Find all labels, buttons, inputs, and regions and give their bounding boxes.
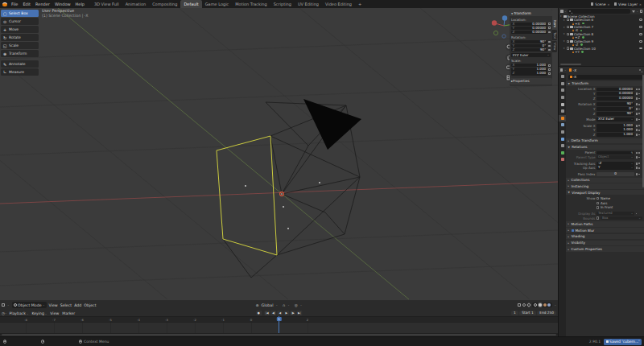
lock-icon[interactable]	[548, 72, 551, 75]
lock-icon[interactable]	[636, 163, 638, 165]
snap-magnet-icon[interactable]: ∩	[283, 303, 285, 307]
lock-icon[interactable]	[548, 41, 551, 43]
hide-in-viewport-eye-icon[interactable]	[639, 40, 642, 43]
display-mode-icon[interactable]	[560, 10, 564, 13]
tool-button[interactable]: ▢Select Box	[1, 10, 39, 17]
property-field[interactable]: Y	[597, 166, 634, 170]
lock-icon[interactable]	[636, 89, 638, 91]
expand-caret-icon[interactable]: ▾	[564, 26, 566, 29]
animate-dot-icon[interactable]	[638, 157, 640, 159]
workspace-tab[interactable]: +	[355, 0, 365, 8]
workspace-tab[interactable]: Scripting	[270, 0, 295, 8]
properties-tab-physics[interactable]	[559, 135, 566, 142]
workspace-tab[interactable]: UV Editing	[295, 0, 322, 8]
workspace-tab[interactable]: Default	[180, 0, 201, 8]
blender-logo-icon[interactable]	[2, 2, 7, 6]
section-shading[interactable]: ▸Shading	[566, 234, 644, 239]
topbar-menu-item[interactable]: Window	[52, 0, 73, 8]
expand-caret-icon[interactable]: ▾	[564, 19, 566, 22]
menu-view[interactable]: View	[49, 303, 58, 307]
unlink-view-layer-icon[interactable]	[639, 2, 642, 6]
property-field[interactable]: XYZ Euler	[597, 117, 634, 122]
n-panel-tab[interactable]: View	[552, 41, 557, 53]
tool-button[interactable]: ◱Scale	[1, 42, 39, 49]
object-name-field[interactable]: -X	[568, 75, 642, 80]
workspace-tab[interactable]: Game Logic	[202, 0, 233, 8]
shading-wireframe-icon[interactable]	[534, 303, 537, 307]
search-icon[interactable]	[639, 69, 641, 71]
lock-icon[interactable]	[636, 97, 638, 100]
show-overlays-icon[interactable]	[522, 303, 526, 307]
collection-checkbox[interactable]	[567, 19, 569, 21]
hide-in-viewport-eye-icon[interactable]	[639, 19, 642, 21]
unlink-scene-icon[interactable]	[608, 2, 610, 6]
menu-select[interactable]: Select	[60, 303, 72, 307]
properties-tab-scene[interactable]	[559, 101, 566, 108]
animate-dot-icon[interactable]	[638, 163, 640, 164]
lock-icon[interactable]	[548, 31, 551, 34]
saved-status-badge[interactable]: Saved 'cubem...'	[604, 339, 642, 345]
properties-tab-output[interactable]	[559, 87, 566, 94]
rotation-mode-dropdown[interactable]: XYZ Euler	[511, 53, 551, 57]
animate-dot-icon[interactable]	[636, 213, 638, 215]
shading-popover-caret[interactable]: ⌄	[554, 303, 556, 307]
menu-add[interactable]: Add	[74, 303, 81, 307]
animate-dot-icon[interactable]	[638, 174, 640, 175]
frame-start-field[interactable]: Start 1	[519, 311, 536, 315]
animate-dot-icon[interactable]	[638, 109, 640, 110]
hide-in-viewport-eye-icon[interactable]	[639, 33, 642, 35]
animate-dot-icon[interactable]	[638, 152, 640, 154]
workspace-tab[interactable]: Compositing	[149, 0, 180, 8]
lock-icon[interactable]	[548, 64, 551, 67]
toggle-xray-icon[interactable]	[526, 303, 531, 307]
animate-dot-icon[interactable]	[638, 167, 640, 169]
viewport-3d[interactable]: User Perspective (1) Scene Collection | …	[0, 8, 558, 300]
section-motion-paths[interactable]: ▸Motion Paths	[566, 221, 644, 226]
lock-icon[interactable]	[548, 49, 551, 51]
property-field[interactable]: -Z	[597, 162, 634, 166]
expand-caret-icon[interactable]: ▾	[564, 47, 566, 50]
collection-checkbox[interactable]	[567, 40, 569, 43]
property-field[interactable]: 0.00000	[597, 97, 634, 101]
transform-orientation-dropdown[interactable]: Global	[262, 303, 274, 307]
tool-button[interactable]: ⊕Transform	[1, 50, 39, 57]
timeline-scrollbar[interactable]	[0, 333, 558, 336]
shading-material-icon[interactable]	[543, 303, 547, 307]
properties-tab-object[interactable]	[559, 115, 566, 122]
bounds-dropdown[interactable]: Box	[601, 216, 642, 220]
expand-caret-icon[interactable]: ▾	[560, 14, 563, 18]
collection-checkbox[interactable]	[567, 26, 569, 28]
playback-button-previous-keyframe[interactable]: ◀|	[270, 311, 276, 315]
bounds-checkbox[interactable]	[597, 216, 599, 219]
playback-button-play-reverse[interactable]: ◀	[277, 311, 283, 315]
lock-icon[interactable]	[636, 129, 638, 131]
properties-tab-data[interactable]	[559, 150, 566, 157]
tool-button[interactable]: ↻Rotate	[1, 34, 39, 41]
section-instancing[interactable]: ▸Instancing	[566, 183, 644, 188]
lock-icon[interactable]	[636, 93, 638, 95]
outliner-scrollbar[interactable]	[560, 64, 581, 65]
scene-selector[interactable]: Scene	[595, 2, 605, 6]
lock-icon[interactable]	[636, 125, 638, 127]
axis-checkbox[interactable]	[597, 202, 599, 204]
lock-icon[interactable]	[636, 167, 638, 169]
properties-tab-modifiers[interactable]	[559, 122, 566, 129]
shading-rendered-icon[interactable]	[547, 303, 551, 307]
workspace-tab[interactable]: Animation	[122, 0, 150, 8]
properties-tab-material[interactable]	[559, 156, 566, 163]
outliner-row[interactable]: ▾+Y	[559, 50, 644, 53]
n-panel-tab[interactable]: Item	[552, 18, 557, 29]
playback-button-next-keyframe[interactable]: |▶	[290, 311, 295, 315]
workspace-tab[interactable]: Motion Tracking	[232, 0, 270, 8]
scale-z-row[interactable]: Z1.000	[511, 72, 551, 75]
section-relations[interactable]: ▼Relations	[566, 145, 644, 150]
properties-tab-particles[interactable]	[559, 129, 566, 136]
expand-caret-icon[interactable]: ▾	[564, 32, 566, 35]
lock-icon[interactable]	[548, 23, 551, 25]
topbar-menu-item[interactable]: Edit	[20, 0, 33, 8]
section-viewport-display[interactable]: ▼Viewport Display	[566, 190, 644, 195]
rotation-z-row[interactable]: Z90°	[511, 48, 551, 51]
proportional-editing-icon[interactable]: ◎	[295, 303, 298, 307]
n-panel-tab[interactable]: Tool	[552, 30, 557, 40]
lock-icon[interactable]	[636, 156, 638, 159]
